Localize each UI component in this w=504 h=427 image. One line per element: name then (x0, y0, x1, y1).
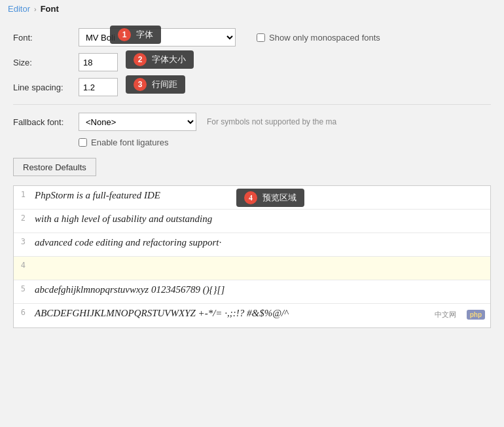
line-number-3: 3 (14, 236, 32, 246)
fallback-label: Fallback font: (13, 117, 79, 127)
line-content-3: advanced code editing and refactoring su… (32, 236, 490, 250)
fallback-select[interactable]: <None> Arial DejaVu Sans (79, 113, 196, 131)
preview-line-4: 4 (14, 257, 490, 280)
line-content-5: abcdefghijklmnopqrstuvwxyz 0123456789 ()… (32, 283, 490, 297)
restore-defaults-button[interactable]: Restore Defaults (13, 158, 96, 176)
breadcrumb-separator: › (34, 5, 37, 13)
line-spacing-row: Line spacing: 3 行间距 (13, 78, 491, 96)
ligatures-checkbox[interactable] (79, 138, 87, 147)
php-badge: php (467, 310, 485, 320)
line-number-5: 5 (14, 283, 32, 293)
preview-line-6: 6 ABCDEFGHIJKLMNOPQRSTUVWXYZ +-*/= ·,;:!… (14, 304, 490, 327)
line-spacing-tooltip: 3 行间距 (126, 75, 185, 94)
size-label: Size: (13, 58, 79, 67)
size-tooltip-text: 字体大小 (152, 54, 186, 65)
line-number-4: 4 (14, 259, 32, 270)
ligatures-row: Enable font ligatures (13, 138, 491, 147)
line-spacing-input[interactable] (79, 78, 118, 96)
line-content-2: with a high level of usability and outst… (32, 212, 490, 226)
monospace-checkbox[interactable] (257, 33, 265, 42)
breadcrumb: Editor › Font (0, 0, 504, 18)
line-spacing-tooltip-num: 3 (134, 78, 147, 91)
preview-line-1: 1 PhpStorm is a full-featured IDE 4 预览区域 (14, 186, 490, 210)
line-content-1: PhpStorm is a full-featured IDE (32, 189, 490, 202)
preview-container: 1 PhpStorm is a full-featured IDE 4 预览区域… (13, 185, 491, 328)
preview-line-3: 3 advanced code editing and refactoring … (14, 233, 490, 257)
size-row: Size: 2 字体大小 (13, 53, 491, 71)
cn-badge: 中文网 (435, 310, 456, 320)
monospace-label-text: Show only monospaced fonts (269, 33, 380, 43)
ligatures-label[interactable]: Enable font ligatures (79, 138, 169, 147)
font-select-wrapper: MV Boli Arial Courier New Consolas (79, 28, 236, 46)
preview-line-2: 2 with a high level of usability and out… (14, 210, 490, 233)
breadcrumb-current: Font (41, 4, 59, 14)
monospace-checkbox-area: Show only monospaced fonts (257, 33, 380, 43)
line-number-2: 2 (14, 212, 32, 223)
preview-line-5: 5 abcdefghijklmnopqrstuvwxyz 0123456789 … (14, 280, 490, 304)
fallback-hint: For symbols not supported by the ma (207, 117, 336, 126)
line-number-6: 6 (14, 306, 32, 317)
fallback-row: Fallback font: <None> Arial DejaVu Sans … (13, 113, 491, 131)
preview-area: 1 PhpStorm is a full-featured IDE 4 预览区域… (13, 185, 491, 328)
breadcrumb-parent[interactable]: Editor (8, 4, 30, 14)
size-input[interactable] (79, 53, 118, 71)
line-content-6: ABCDEFGHIJKLMNOPQRSTUVWXYZ +-*/= ·,;:!? … (32, 306, 490, 320)
size-tooltip: 2 字体大小 (126, 50, 194, 69)
font-select[interactable]: MV Boli Arial Courier New Consolas (79, 28, 236, 46)
separator-1 (13, 104, 491, 105)
line-spacing-tooltip-text: 行间距 (152, 79, 177, 90)
settings-panel: Font: MV Boli Arial Courier New Consolas… (0, 18, 504, 339)
font-label: Font: (13, 33, 79, 43)
line-number-1: 1 (14, 189, 32, 199)
ligatures-label-text: Enable font ligatures (91, 138, 169, 147)
size-tooltip-num: 2 (134, 53, 147, 66)
line-content-4 (32, 259, 490, 262)
line-spacing-label: Line spacing: (13, 83, 79, 92)
monospace-label[interactable]: Show only monospaced fonts (257, 33, 380, 43)
font-row: Font: MV Boli Arial Courier New Consolas… (13, 28, 491, 46)
